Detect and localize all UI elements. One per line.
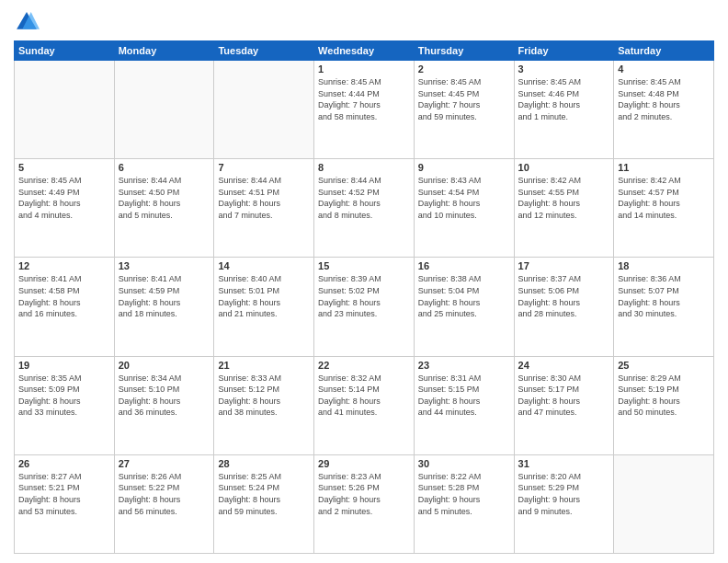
calendar-cell: 13Sunrise: 8:41 AMSunset: 4:59 PMDayligh…	[114, 258, 214, 356]
day-number: 24	[518, 360, 610, 371]
calendar-cell	[614, 454, 714, 553]
day-info: Sunrise: 8:36 AMSunset: 5:07 PMDaylight:…	[618, 273, 710, 319]
day-info: Sunrise: 8:22 AMSunset: 5:28 PMDaylight:…	[418, 471, 510, 517]
day-info: Sunrise: 8:31 AMSunset: 5:15 PMDaylight:…	[418, 373, 510, 419]
calendar-cell: 19Sunrise: 8:35 AMSunset: 5:09 PMDayligh…	[15, 356, 115, 454]
calendar-cell: 21Sunrise: 8:33 AMSunset: 5:12 PMDayligh…	[214, 356, 314, 454]
calendar-cell: 23Sunrise: 8:31 AMSunset: 5:15 PMDayligh…	[414, 356, 514, 454]
day-info: Sunrise: 8:45 AMSunset: 4:49 PMDaylight:…	[18, 175, 110, 221]
calendar-cell: 1Sunrise: 8:45 AMSunset: 4:44 PMDaylight…	[314, 61, 415, 159]
day-number: 12	[18, 260, 110, 271]
day-info: Sunrise: 8:45 AMSunset: 4:48 PMDaylight:…	[618, 76, 710, 122]
day-number: 16	[418, 260, 510, 271]
day-info: Sunrise: 8:43 AMSunset: 4:54 PMDaylight:…	[418, 175, 510, 221]
day-info: Sunrise: 8:42 AMSunset: 4:55 PMDaylight:…	[518, 175, 610, 221]
day-number: 15	[318, 260, 410, 271]
day-number: 22	[318, 360, 410, 371]
calendar-cell: 17Sunrise: 8:37 AMSunset: 5:06 PMDayligh…	[514, 258, 614, 356]
calendar-cell: 2Sunrise: 8:45 AMSunset: 4:45 PMDaylight…	[414, 61, 514, 159]
day-info: Sunrise: 8:45 AMSunset: 4:44 PMDaylight:…	[318, 76, 410, 122]
day-info: Sunrise: 8:30 AMSunset: 5:17 PMDaylight:…	[518, 373, 610, 419]
day-number: 5	[18, 162, 110, 173]
page: SundayMondayTuesdayWednesdayThursdayFrid…	[0, 0, 728, 563]
calendar-cell	[15, 61, 115, 159]
day-number: 11	[618, 162, 710, 173]
calendar-cell: 12Sunrise: 8:41 AMSunset: 4:58 PMDayligh…	[15, 258, 115, 356]
day-number: 8	[318, 162, 410, 173]
week-row-3: 12Sunrise: 8:41 AMSunset: 4:58 PMDayligh…	[15, 258, 714, 356]
day-number: 20	[119, 360, 210, 371]
day-number: 31	[518, 458, 610, 469]
day-number: 6	[119, 162, 210, 173]
calendar-cell: 11Sunrise: 8:42 AMSunset: 4:57 PMDayligh…	[614, 159, 714, 258]
calendar-cell: 28Sunrise: 8:25 AMSunset: 5:24 PMDayligh…	[214, 454, 314, 553]
week-row-1: 1Sunrise: 8:45 AMSunset: 4:44 PMDaylight…	[15, 61, 714, 159]
weekday-header-monday: Monday	[114, 41, 214, 61]
day-number: 26	[18, 458, 110, 469]
calendar-cell: 16Sunrise: 8:38 AMSunset: 5:04 PMDayligh…	[414, 258, 514, 356]
calendar-cell: 7Sunrise: 8:44 AMSunset: 4:51 PMDaylight…	[214, 159, 314, 258]
day-number: 25	[618, 360, 710, 371]
day-info: Sunrise: 8:41 AMSunset: 4:59 PMDaylight:…	[119, 273, 210, 319]
calendar-cell	[214, 61, 314, 159]
day-number: 14	[218, 260, 310, 271]
day-info: Sunrise: 8:44 AMSunset: 4:51 PMDaylight:…	[218, 175, 310, 221]
day-number: 7	[218, 162, 310, 173]
day-number: 30	[418, 458, 510, 469]
weekday-header-wednesday: Wednesday	[314, 41, 415, 61]
calendar-cell: 3Sunrise: 8:45 AMSunset: 4:46 PMDaylight…	[514, 61, 614, 159]
weekday-header-thursday: Thursday	[414, 41, 514, 61]
weekday-header-friday: Friday	[514, 41, 614, 61]
calendar-cell: 14Sunrise: 8:40 AMSunset: 5:01 PMDayligh…	[214, 258, 314, 356]
calendar-cell: 29Sunrise: 8:23 AMSunset: 5:26 PMDayligh…	[314, 454, 415, 553]
day-info: Sunrise: 8:37 AMSunset: 5:06 PMDaylight:…	[518, 273, 610, 319]
day-info: Sunrise: 8:41 AMSunset: 4:58 PMDaylight:…	[18, 273, 110, 319]
calendar-cell: 27Sunrise: 8:26 AMSunset: 5:22 PMDayligh…	[114, 454, 214, 553]
day-number: 21	[218, 360, 310, 371]
weekday-header-row: SundayMondayTuesdayWednesdayThursdayFrid…	[15, 41, 714, 61]
day-info: Sunrise: 8:45 AMSunset: 4:45 PMDaylight:…	[418, 76, 510, 122]
calendar-cell: 6Sunrise: 8:44 AMSunset: 4:50 PMDaylight…	[114, 159, 214, 258]
day-info: Sunrise: 8:27 AMSunset: 5:21 PMDaylight:…	[18, 471, 110, 517]
calendar-cell: 10Sunrise: 8:42 AMSunset: 4:55 PMDayligh…	[514, 159, 614, 258]
calendar-cell: 30Sunrise: 8:22 AMSunset: 5:28 PMDayligh…	[414, 454, 514, 553]
day-info: Sunrise: 8:33 AMSunset: 5:12 PMDaylight:…	[218, 373, 310, 419]
day-info: Sunrise: 8:38 AMSunset: 5:04 PMDaylight:…	[418, 273, 510, 319]
day-info: Sunrise: 8:45 AMSunset: 4:46 PMDaylight:…	[518, 76, 610, 122]
day-info: Sunrise: 8:25 AMSunset: 5:24 PMDaylight:…	[218, 471, 310, 517]
day-info: Sunrise: 8:32 AMSunset: 5:14 PMDaylight:…	[318, 373, 410, 419]
day-info: Sunrise: 8:44 AMSunset: 4:50 PMDaylight:…	[119, 175, 210, 221]
day-number: 13	[119, 260, 210, 271]
weekday-header-sunday: Sunday	[15, 41, 115, 61]
day-number: 4	[618, 63, 710, 75]
week-row-5: 26Sunrise: 8:27 AMSunset: 5:21 PMDayligh…	[15, 454, 714, 553]
day-info: Sunrise: 8:23 AMSunset: 5:26 PMDaylight:…	[318, 471, 410, 517]
day-info: Sunrise: 8:42 AMSunset: 4:57 PMDaylight:…	[618, 175, 710, 221]
calendar-cell: 31Sunrise: 8:20 AMSunset: 5:29 PMDayligh…	[514, 454, 614, 553]
calendar-cell: 25Sunrise: 8:29 AMSunset: 5:19 PMDayligh…	[614, 356, 714, 454]
day-number: 19	[18, 360, 110, 371]
day-info: Sunrise: 8:26 AMSunset: 5:22 PMDaylight:…	[119, 471, 210, 517]
day-number: 9	[418, 162, 510, 173]
calendar-cell: 20Sunrise: 8:34 AMSunset: 5:10 PMDayligh…	[114, 356, 214, 454]
day-info: Sunrise: 8:29 AMSunset: 5:19 PMDaylight:…	[618, 373, 710, 419]
day-number: 27	[119, 458, 210, 469]
day-info: Sunrise: 8:35 AMSunset: 5:09 PMDaylight:…	[18, 373, 110, 419]
day-number: 2	[418, 63, 510, 75]
day-number: 18	[618, 260, 710, 271]
day-info: Sunrise: 8:39 AMSunset: 5:02 PMDaylight:…	[318, 273, 410, 319]
week-row-4: 19Sunrise: 8:35 AMSunset: 5:09 PMDayligh…	[15, 356, 714, 454]
calendar-cell: 15Sunrise: 8:39 AMSunset: 5:02 PMDayligh…	[314, 258, 415, 356]
day-number: 1	[318, 63, 410, 75]
calendar-cell: 5Sunrise: 8:45 AMSunset: 4:49 PMDaylight…	[15, 159, 115, 258]
calendar-cell: 8Sunrise: 8:44 AMSunset: 4:52 PMDaylight…	[314, 159, 415, 258]
calendar-table: SundayMondayTuesdayWednesdayThursdayFrid…	[14, 40, 714, 554]
calendar-cell: 18Sunrise: 8:36 AMSunset: 5:07 PMDayligh…	[614, 258, 714, 356]
day-info: Sunrise: 8:34 AMSunset: 5:10 PMDaylight:…	[119, 373, 210, 419]
day-number: 3	[518, 63, 610, 75]
calendar-cell	[114, 61, 214, 159]
day-number: 23	[418, 360, 510, 371]
day-info: Sunrise: 8:44 AMSunset: 4:52 PMDaylight:…	[318, 175, 410, 221]
week-row-2: 5Sunrise: 8:45 AMSunset: 4:49 PMDaylight…	[15, 159, 714, 258]
weekday-header-tuesday: Tuesday	[214, 41, 314, 61]
